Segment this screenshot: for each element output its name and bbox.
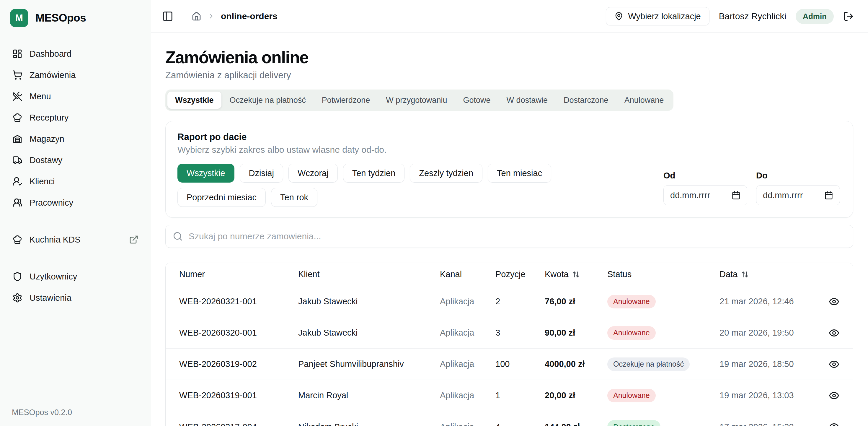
column-header-kwota[interactable]: Kwota [545,269,607,279]
table-row: WEB-20260320-001 Jakub Stawecki Aplikacj… [166,317,853,349]
column-header-data[interactable]: Data [719,269,817,279]
sidebar-item-dashboard[interactable]: Dashboard [5,43,146,64]
page-subtitle: Zamówienia z aplikacji delivery [165,70,853,81]
order-amount: 20,00 zł [545,391,607,400]
quick-range-button[interactable]: Ten miesiac [488,164,551,182]
sidebar-item-label: Receptury [30,113,68,122]
sidebar-item-dostawy[interactable]: Dostawy [5,149,146,171]
sidebar-item-magazyn[interactable]: Magazyn [5,128,146,149]
sidebar-item-zamowienia[interactable]: Zamówienia [5,64,146,86]
page-content: Zamówienia online Zamówienia z aplikacji… [151,33,868,426]
order-date: 21 mar 2026, 12:46 [719,296,817,306]
sidebar-item-ustawienia[interactable]: Ustawienia [5,287,146,308]
quick-range-button[interactable]: Zeszly tydzien [410,164,483,182]
choose-location-button[interactable]: Wybierz lokalizacje [606,7,709,25]
date-from-label: Od [663,171,747,180]
sidebar-item-menu[interactable]: Menu [5,86,146,107]
user-role-badge: Admin [796,9,834,24]
quick-range-button[interactable]: Wczoraj [288,164,338,182]
sidebar-item-klienci[interactable]: Klienci [5,171,146,192]
eye-icon [829,328,839,338]
shopping-cart-icon [12,70,23,80]
external-link-icon [129,235,138,244]
quick-range-button[interactable]: Poprzedni miesiac [178,188,266,207]
status-badge: Anulowane [607,389,656,402]
sidebar-item-label: Ustawienia [30,293,71,303]
table-row: WEB-20260319-001 Marcin Royal Aplikacja … [166,380,853,411]
view-order-button[interactable] [829,328,839,338]
chef-hat-icon [12,234,23,245]
view-order-button[interactable] [829,296,839,307]
truck-icon [12,155,23,165]
status-tabs: WszystkieOczekuje na płatnośćPotwierdzon… [165,89,674,111]
sidebar-toggle-button[interactable] [161,9,175,23]
order-items: 2 [495,296,545,306]
status-tab[interactable]: Potwierdzone [314,92,378,109]
sidebar-item-uzytkownicy[interactable]: Uzytkownicy [5,266,146,287]
view-order-button[interactable] [829,422,839,426]
sidebar-item-pracownicy[interactable]: Pracownicy [5,192,146,213]
order-date: 19 mar 2026, 13:03 [719,391,817,400]
shield-icon [12,272,23,282]
order-customer: Nikodem Brucki [298,422,440,426]
order-items: 1 [495,391,545,400]
brand-logo: M [10,9,28,27]
status-badge: Anulowane [607,295,656,308]
eye-icon [829,390,839,401]
order-items: 3 [495,328,545,338]
gear-icon [12,293,23,303]
quick-range-button[interactable]: Ten rok [271,188,317,207]
chef-hat-icon [12,113,23,122]
panel-left-icon [162,11,173,22]
eye-icon [829,422,839,426]
status-tab[interactable]: Dostarczone [556,92,616,109]
status-tab[interactable]: W przygotowaniu [378,92,455,109]
calendar-icon[interactable] [732,191,740,200]
order-customer: Panjeet Shumvilibupranshiv [298,359,440,369]
view-order-button[interactable] [829,359,839,370]
table-row: WEB-20260317-004 Nikodem Brucki Aplikacj… [166,411,853,426]
order-channel: Aplikacja [440,422,495,426]
date-from-input[interactable]: dd.mm.rrrr [663,185,747,205]
sidebar-item-label: Magazyn [30,134,64,144]
quick-range-button[interactable]: Dzisiaj [240,164,283,182]
order-amount: 76,00 zł [545,296,607,306]
view-order-button[interactable] [829,390,839,401]
quick-range-buttons: WszystkieDzisiajWczorajTen tydzienZeszly… [178,164,638,207]
breadcrumb: online-orders [192,11,278,21]
status-tab[interactable]: Wszystkie [167,92,221,109]
sidebar-item-label: Menu [30,92,51,101]
sidebar: M MESOpos Dashboard Zamówienia Menu Rece… [0,0,151,426]
order-items: 100 [495,359,545,369]
quick-range-button[interactable]: Ten tydzien [343,164,405,182]
logout-button[interactable] [843,11,854,22]
brand-header: M MESOpos [0,0,151,36]
search-icon [173,231,183,242]
sidebar-item-receptury[interactable]: Receptury [5,107,146,128]
order-channel: Aplikacja [440,328,495,338]
date-to-field: Do dd.mm.rrrr [756,171,840,205]
status-badge: Dostarczone [607,420,660,426]
date-to-input[interactable]: dd.mm.rrrr [756,185,840,205]
sidebar-item-kuchnia-kds[interactable]: Kuchnia KDS [5,229,146,250]
brand-name: MESOpos [35,12,86,24]
layout-dashboard-icon [12,49,23,59]
status-tab[interactable]: Oczekuje na płatność [222,92,314,109]
table-row: WEB-20260321-001 Jakub Stawecki Aplikacj… [166,286,853,317]
status-tab[interactable]: Anulowane [617,92,672,109]
order-number: WEB-20260320-001 [179,328,298,338]
order-customer: Jakub Stawecki [298,296,440,306]
home-icon[interactable] [192,11,202,21]
calendar-icon[interactable] [824,191,833,200]
status-tab[interactable]: Gotowe [455,92,498,109]
warehouse-icon [12,134,23,144]
order-items: 4 [495,422,545,426]
app-version: MESOpos v0.2.0 [0,399,151,426]
utensils-crossed-icon [12,91,23,101]
status-badge: Oczekuje na płatność [607,358,690,371]
eye-icon [829,296,839,307]
search-input[interactable] [188,231,846,242]
quick-range-button[interactable]: Wszystkie [178,164,235,182]
status-tab[interactable]: W dostawie [499,92,555,109]
table-body: WEB-20260321-001 Jakub Stawecki Aplikacj… [166,286,853,426]
